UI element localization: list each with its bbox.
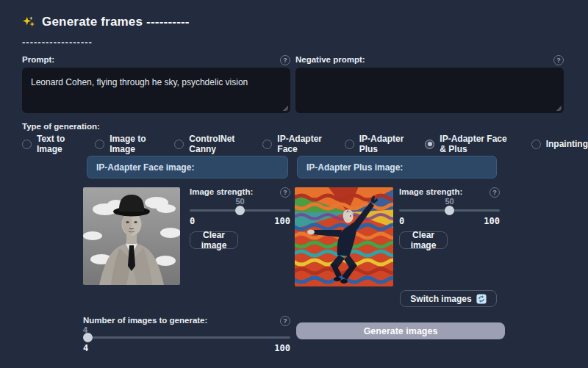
radio-icon[interactable] xyxy=(22,140,32,149)
page-header: Generate frames ---------- xyxy=(22,15,190,29)
dashed-divider: ------------------ xyxy=(22,37,93,48)
radio-icon[interactable] xyxy=(425,140,434,149)
generation-type-option[interactable]: ControlNet Canny xyxy=(174,134,247,154)
plus-clear-image-button[interactable]: Clear image xyxy=(399,231,448,249)
ip-adapter-face-header[interactable]: IP-Adapter Face image: xyxy=(87,156,288,178)
switch-images-label: Switch images xyxy=(410,294,471,304)
generation-type-option[interactable]: Inpainting xyxy=(531,139,588,149)
ip-adapter-face-image[interactable] xyxy=(83,187,180,285)
face-clear-image-button[interactable]: Clear image xyxy=(190,231,238,249)
face-strength-value: 50 xyxy=(190,197,290,206)
face-strength-slider-thumb[interactable] xyxy=(235,206,245,215)
num-images-max: 100 xyxy=(274,343,290,353)
face-strength-min: 0 xyxy=(190,216,195,226)
face-strength-label: Image strength: xyxy=(190,187,253,196)
face-strength-slider[interactable] xyxy=(190,209,290,212)
num-images-slider[interactable] xyxy=(83,336,290,339)
generation-type-label: Type of generation: xyxy=(22,122,100,131)
negative-prompt-input[interactable] xyxy=(295,68,564,113)
negative-prompt-label: Negative prompt: xyxy=(295,55,365,64)
num-images-help-icon[interactable]: ? xyxy=(280,316,290,326)
radio-icon[interactable] xyxy=(95,140,104,149)
plus-strength-slider-thumb[interactable] xyxy=(445,206,454,215)
generation-type-option[interactable]: IP-Adapter Face xyxy=(262,134,329,154)
negative-prompt-help-icon[interactable]: ? xyxy=(553,55,564,65)
generation-type-option[interactable]: IP-Adapter Plus xyxy=(345,134,410,154)
prompt-text: Leonard Cohen, flying through he sky, ps… xyxy=(22,68,290,98)
sparkles-icon xyxy=(22,15,36,29)
ip-adapter-plus-header[interactable]: IP-Adapter Plus image: xyxy=(297,156,497,178)
face-strength-range: 0 100 xyxy=(190,216,290,226)
ip-adapter-plus-image[interactable] xyxy=(295,187,393,286)
switch-images-button[interactable]: Switch images xyxy=(400,290,497,307)
negative-prompt-text xyxy=(295,68,564,87)
generation-type-option[interactable]: Text to Image xyxy=(22,134,79,154)
plus-strength-value: 50 xyxy=(399,197,500,206)
radio-icon[interactable] xyxy=(174,140,184,149)
generation-type-option[interactable]: IP-Adapter Face & Plus xyxy=(425,134,515,154)
radio-icon[interactable] xyxy=(345,140,354,149)
num-images-label: Number of images to generate: xyxy=(83,316,207,325)
prompt-input[interactable]: Leonard Cohen, flying through he sky, ps… xyxy=(22,68,290,113)
face-strength-max: 100 xyxy=(274,216,290,226)
num-images-slider-thumb[interactable] xyxy=(83,333,93,342)
prompt-help-icon[interactable]: ? xyxy=(280,55,290,65)
generation-type-option[interactable]: Image to Image xyxy=(95,134,159,154)
plus-strength-slider[interactable] xyxy=(399,209,500,212)
plus-strength-label: Image strength: xyxy=(399,187,462,196)
switch-arrows-icon xyxy=(476,294,487,304)
generation-type-group: Text to Image Image to Image ControlNet … xyxy=(22,134,588,154)
plus-strength-min: 0 xyxy=(399,216,404,226)
generate-frames-page: Generate frames ---------- -------------… xyxy=(0,0,588,368)
prompt-label: Prompt: xyxy=(22,55,54,64)
num-images-min: 4 xyxy=(83,343,88,353)
radio-icon[interactable] xyxy=(531,140,541,149)
plus-strength-help-icon[interactable]: ? xyxy=(490,187,500,198)
num-images-range: 4 100 xyxy=(83,343,290,353)
plus-strength-range: 0 100 xyxy=(399,216,500,226)
page-title: Generate frames ---------- xyxy=(42,15,190,29)
plus-strength-max: 100 xyxy=(484,216,500,226)
face-strength-help-icon[interactable]: ? xyxy=(280,187,290,198)
radio-icon[interactable] xyxy=(262,140,272,149)
generate-images-button[interactable]: Generate images xyxy=(296,322,505,339)
